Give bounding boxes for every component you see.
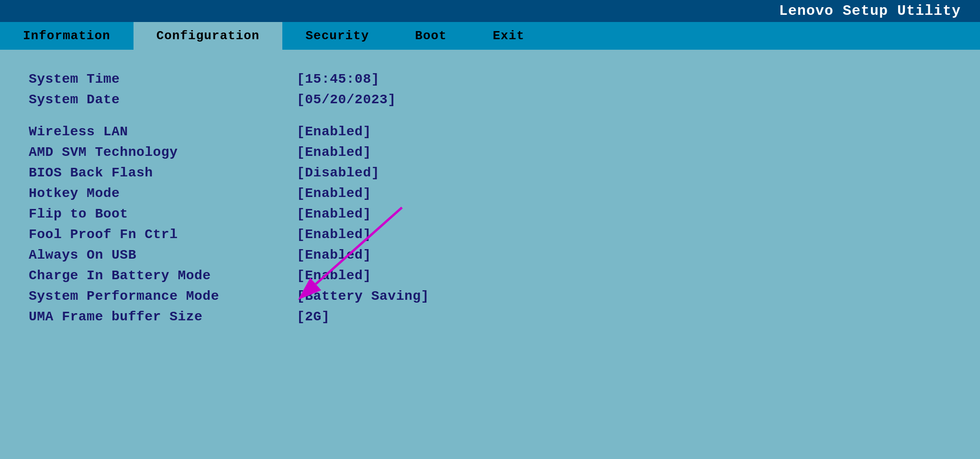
setting-label-uma-frame: UMA Frame buffer Size xyxy=(29,309,278,324)
nav-item-security[interactable]: Security xyxy=(282,22,392,50)
setting-row-system-time: System Time [15:45:08] xyxy=(29,69,951,89)
nav-item-configuration[interactable]: Configuration xyxy=(134,22,283,50)
setting-label-amd-svm: AMD SVM Technology xyxy=(29,145,278,160)
setting-row-bios-back-flash: BIOS Back Flash [Disabled] xyxy=(29,163,951,183)
nav-item-information[interactable]: Information xyxy=(0,22,134,50)
setting-value-system-date[interactable]: [05/20/2023] xyxy=(297,92,396,107)
setting-value-wireless-lan[interactable]: [Enabled] xyxy=(297,124,371,139)
setting-row-amd-svm: AMD SVM Technology [Enabled] xyxy=(29,142,951,163)
setting-label-fool-proof-fn: Fool Proof Fn Ctrl xyxy=(29,227,278,242)
setting-label-wireless-lan: Wireless LAN xyxy=(29,124,278,139)
setting-label-system-perf: System Performance Mode xyxy=(29,289,278,304)
setting-label-charge-battery: Charge In Battery Mode xyxy=(29,268,278,283)
setting-label-always-on-usb: Always On USB xyxy=(29,248,278,262)
setting-value-hotkey-mode[interactable]: [Enabled] xyxy=(297,186,371,201)
nav-bar: Information Configuration Security Boot … xyxy=(0,22,980,50)
setting-value-bios-back-flash[interactable]: [Disabled] xyxy=(297,165,379,180)
setting-row-flip-to-boot: Flip to Boot [Enabled] xyxy=(29,204,951,224)
setting-row-system-date: System Date [05/20/2023] xyxy=(29,89,951,110)
setting-value-system-perf[interactable]: [Battery Saving] xyxy=(297,289,429,304)
main-content: System Time [15:45:08] System Date [05/2… xyxy=(0,50,980,456)
setting-row-system-perf: System Performance Mode [Battery Saving] xyxy=(29,286,951,306)
setting-row-wireless-lan: Wireless LAN [Enabled] xyxy=(29,121,951,142)
nav-item-exit[interactable]: Exit xyxy=(470,22,547,50)
setting-label-system-time: System Time xyxy=(29,72,278,87)
setting-value-always-on-usb[interactable]: [Enabled] xyxy=(297,248,371,262)
setting-label-system-date: System Date xyxy=(29,92,278,107)
setting-value-amd-svm[interactable]: [Enabled] xyxy=(297,145,371,160)
setting-value-system-time[interactable]: [15:45:08] xyxy=(297,72,379,87)
app-title-bar: Lenovo Setup Utility xyxy=(0,0,980,22)
setting-label-hotkey-mode: Hotkey Mode xyxy=(29,186,278,201)
setting-value-uma-frame[interactable]: [2G] xyxy=(297,309,330,324)
setting-value-fool-proof-fn[interactable]: [Enabled] xyxy=(297,227,371,242)
setting-row-always-on-usb: Always On USB [Enabled] xyxy=(29,245,951,265)
setting-row-fool-proof-fn: Fool Proof Fn Ctrl [Enabled] xyxy=(29,224,951,245)
nav-item-boot[interactable]: Boot xyxy=(392,22,469,50)
setting-value-flip-to-boot[interactable]: [Enabled] xyxy=(297,207,371,221)
setting-label-bios-back-flash: BIOS Back Flash xyxy=(29,165,278,180)
setting-label-flip-to-boot: Flip to Boot xyxy=(29,207,278,221)
setting-value-charge-battery[interactable]: [Enabled] xyxy=(297,268,371,283)
setting-row-hotkey-mode: Hotkey Mode [Enabled] xyxy=(29,183,951,204)
setting-row-charge-battery: Charge In Battery Mode [Enabled] xyxy=(29,265,951,286)
app-title: Lenovo Setup Utility xyxy=(779,3,961,19)
spacer-1 xyxy=(29,110,951,121)
setting-row-uma-frame: UMA Frame buffer Size [2G] xyxy=(29,306,951,327)
